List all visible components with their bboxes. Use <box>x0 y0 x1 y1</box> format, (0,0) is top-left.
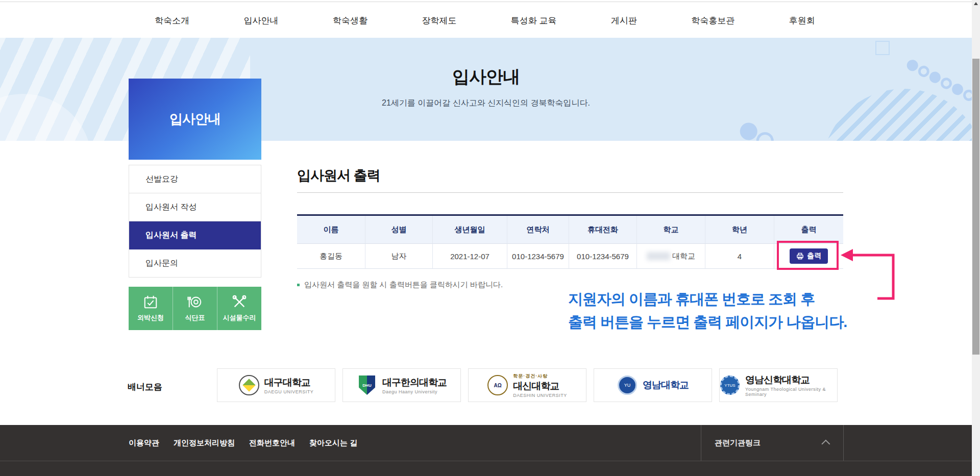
main-nav: 학숙소개 입사안내 학숙생활 장학제도 특성화 교육 게시판 학숙홍보관 후원회 <box>128 4 842 37</box>
sidebar-title-box: 입사안내 <box>129 79 261 160</box>
sidebar-title: 입사안내 <box>169 110 220 128</box>
cell-name: 홍길동 <box>297 244 365 269</box>
nav-item-supporters[interactable]: 후원회 <box>789 15 815 27</box>
col-header-grade: 학년 <box>705 216 774 244</box>
quick-link-label: 시설물수리 <box>223 313 256 322</box>
nav-item-intro[interactable]: 학숙소개 <box>155 15 189 27</box>
col-header-contact: 연락처 <box>507 216 569 244</box>
banner-daeshin-univ[interactable]: AΩ 학문·경건·사랑 대신대학교 DAESHIN UNIVERSITY <box>468 368 586 402</box>
youngnam-theological-seal-icon: YTUS <box>720 375 740 395</box>
quick-link-facility-repair[interactable]: 시설물수리 <box>217 287 261 330</box>
col-header-school: 학교 <box>637 216 705 244</box>
scrollbar-thumb[interactable] <box>972 59 979 355</box>
quick-link-menu[interactable]: 식단표 <box>173 287 217 330</box>
quick-link-sleepover[interactable]: 외박신청 <box>129 287 173 330</box>
sidebar-item-selection-guide[interactable]: 선발요강 <box>129 165 261 193</box>
redacted-school-name <box>647 252 670 260</box>
scrollbar[interactable] <box>972 0 980 476</box>
cell-birth: 2021-12-07 <box>433 244 507 269</box>
banner-kr-name: 영남대학교 <box>643 379 689 392</box>
banner-kr-name: 대구대학교 <box>264 376 314 389</box>
daeshin-seal-icon: AΩ <box>487 375 508 395</box>
footer-link-privacy[interactable]: 개인정보처리방침 <box>174 438 235 448</box>
tools-icon <box>232 294 247 310</box>
yeungnam-seal-icon: YU <box>617 375 638 395</box>
banner-section-label: 배너모음 <box>128 381 162 393</box>
quick-link-label: 외박신청 <box>137 313 164 322</box>
related-links-label: 관련기관링크 <box>715 438 761 448</box>
footer-link-phone[interactable]: 전화번호안내 <box>249 438 295 448</box>
banner-daegu-haany-univ[interactable]: DHU 대구한의대학교 Daegu Haany University <box>342 368 461 402</box>
quick-link-label: 식단표 <box>185 313 205 322</box>
banner-youngnam-theological-univ[interactable]: YTUS 영남신학대학교 Youngnam Theological Univer… <box>719 368 838 402</box>
col-header-mobile: 휴대전화 <box>569 216 637 244</box>
cell-gender: 남자 <box>365 244 433 269</box>
sidebar-menu: 선발요강 입사원서 작성 입사원서 출력 입사문의 <box>129 165 261 278</box>
sidebar-item-application-write[interactable]: 입사원서 작성 <box>129 193 261 221</box>
footer: 이용약관 개인정보처리방침 전화번호안내 찾아오시는 길 관련기관링크 <box>0 425 980 476</box>
col-header-print: 출력 <box>774 216 843 244</box>
application-table: 이름 성별 생년월일 연락처 휴대전화 학교 학년 출력 홍길동 남자 2021… <box>297 214 843 269</box>
annotation-text: 지원자의 이름과 휴대폰 번호로 조회 후 출력 버튼을 누르면 출력 페이지가… <box>568 288 847 334</box>
sidebar-quick-links: 외박신청 식단표 시설물수리 <box>129 287 261 330</box>
nav-item-promotion[interactable]: 학숙홍보관 <box>691 15 734 27</box>
annotation-line-2: 출력 버튼을 누르면 출력 페이지가 나옵니다. <box>568 311 847 334</box>
section-divider <box>297 192 843 193</box>
banner-en-name: DAEGU UNIVERSITY <box>264 389 314 394</box>
dot-chain-decoration-bottom <box>737 119 794 141</box>
table-row: 홍길동 남자 2021-12-07 010-1234-5679 010-1234… <box>297 244 843 269</box>
banner-motto: 학문·경건·사랑 <box>513 373 567 380</box>
banner-en-name: DAESHIN UNIVERSITY <box>513 393 567 398</box>
banner-en-name: Youngnam Theological University & Semina… <box>745 387 837 397</box>
note-text: 입사원서 출력을 원할 시 출력버튼을 클릭하시기 바랍니다. <box>304 280 503 290</box>
table-header-row: 이름 성별 생년월일 연락처 휴대전화 학교 학년 출력 <box>297 216 843 244</box>
related-links-dropdown[interactable]: 관련기관링크 <box>701 425 844 461</box>
footer-divider <box>0 461 980 461</box>
col-header-name: 이름 <box>297 216 365 244</box>
section-heading: 입사원서 출력 <box>297 166 380 185</box>
school-suffix: 대학교 <box>672 252 695 261</box>
col-header-birth: 생년월일 <box>433 216 507 244</box>
annotation-arrow <box>840 246 901 303</box>
chevron-up-icon <box>821 440 830 448</box>
col-header-gender: 성별 <box>365 216 433 244</box>
banner-yeungnam-univ[interactable]: YU 영남대학교 <box>594 368 712 402</box>
nav-item-scholarship[interactable]: 장학제도 <box>422 15 456 27</box>
table-note: 입사원서 출력을 원할 시 출력버튼을 클릭하시기 바랍니다. <box>297 280 503 290</box>
calendar-check-icon <box>143 294 158 310</box>
nav-item-board[interactable]: 게시판 <box>611 15 637 27</box>
daegu-haany-seal-icon: DHU <box>357 375 377 395</box>
sidebar-item-application-print[interactable]: 입사원서 출력 <box>129 221 261 249</box>
cell-grade: 4 <box>705 244 774 269</box>
scrollbar-up-arrow-icon[interactable] <box>974 2 978 5</box>
banner-kr-name: 대구한의대학교 <box>382 376 447 389</box>
square-decoration <box>875 41 890 55</box>
banner-kr-name: 영남신학대학교 <box>745 373 837 387</box>
highlight-box <box>777 241 839 270</box>
cell-contact: 010-1234-5679 <box>507 244 569 269</box>
striped-circle-decoration <box>822 89 972 141</box>
banner-row: 대구대학교 DAEGU UNIVERSITY DHU 대구한의대학교 Daegu… <box>217 368 838 402</box>
nav-item-admission[interactable]: 입사안내 <box>244 15 279 27</box>
footer-link-directions[interactable]: 찾아오시는 길 <box>309 438 357 448</box>
nav-item-special-edu[interactable]: 특성화 교육 <box>511 15 557 27</box>
daegu-univ-seal-icon <box>239 375 259 395</box>
cell-mobile: 010-1234-5679 <box>569 244 637 269</box>
nav-item-life[interactable]: 학숙생활 <box>333 15 368 27</box>
footer-link-terms[interactable]: 이용약관 <box>129 438 159 448</box>
note-bullet <box>297 284 300 286</box>
meal-icon <box>187 294 203 310</box>
banner-daegu-univ[interactable]: 대구대학교 DAEGU UNIVERSITY <box>217 368 335 402</box>
footer-links: 이용약관 개인정보처리방침 전화번호안내 찾아오시는 길 <box>129 425 357 461</box>
banner-kr-name: 대신대학교 <box>513 380 567 393</box>
sidebar-item-admission-inquiry[interactable]: 입사문의 <box>129 249 261 278</box>
banner-en-name: Daegu Haany University <box>382 389 447 394</box>
cell-school: 대학교 <box>637 244 705 269</box>
annotation-line-1: 지원자의 이름과 휴대폰 번호로 조회 후 <box>568 288 847 311</box>
top-divider <box>0 2 972 2</box>
